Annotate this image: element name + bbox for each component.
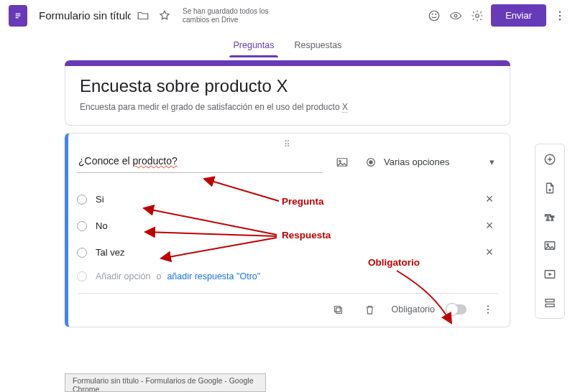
add-option-row: Añadir opción o añadir respuesta "Otro" <box>77 266 498 283</box>
option-label[interactable]: Si <box>96 194 472 205</box>
form-canvas: Encuesta sobre producto X Encuesta para … <box>65 60 510 327</box>
drag-handle-icon[interactable]: ⠿ <box>77 141 498 148</box>
add-section-icon[interactable] <box>539 292 561 314</box>
svg-point-9 <box>559 11 561 12</box>
document-title-input[interactable] <box>37 9 132 22</box>
tab-questions[interactable]: Preguntas <box>224 36 285 57</box>
svg-point-18 <box>487 305 489 307</box>
delete-icon[interactable] <box>360 299 380 319</box>
question-more-icon[interactable] <box>478 299 498 319</box>
option-label[interactable]: No <box>96 220 472 231</box>
import-questions-icon[interactable] <box>539 177 561 199</box>
add-title-icon[interactable]: TT <box>539 206 561 228</box>
radio-icon <box>77 271 87 281</box>
radio-icon <box>77 195 87 205</box>
required-label: Obligatorio <box>392 304 435 314</box>
form-accent-bar <box>65 60 510 66</box>
options-list: Si × No × Tal vez × Añadir opción o añad… <box>77 186 498 283</box>
duplicate-icon[interactable] <box>328 299 349 319</box>
customize-theme-icon[interactable] <box>423 5 445 27</box>
form-title[interactable]: Encuesta sobre producto X <box>80 76 495 96</box>
svg-point-8 <box>476 14 479 17</box>
side-toolbar: TT <box>535 144 565 319</box>
add-video-icon[interactable] <box>539 263 561 285</box>
svg-point-11 <box>559 19 561 20</box>
svg-point-10 <box>559 14 561 16</box>
required-toggle[interactable] <box>446 304 466 314</box>
option-row[interactable]: Si × <box>77 186 498 213</box>
form-header-card[interactable]: Encuesta sobre producto X Encuesta para … <box>65 66 510 126</box>
add-image-icon[interactable] <box>331 151 353 173</box>
settings-icon[interactable] <box>466 5 488 27</box>
question-text-input[interactable]: ¿Conoce el producto? <box>77 151 323 173</box>
option-label[interactable]: Tal vez <box>96 247 472 258</box>
remove-option-icon[interactable]: × <box>481 192 498 207</box>
form-description[interactable]: Encuesta para medir el grado de satisfac… <box>80 102 495 112</box>
radio-button-icon <box>365 157 377 168</box>
remove-option-icon[interactable]: × <box>481 245 498 260</box>
option-row[interactable]: Tal vez × <box>77 239 498 266</box>
svg-point-7 <box>454 14 457 17</box>
svg-point-6 <box>435 13 436 14</box>
question-footer: Obligatorio <box>77 293 498 319</box>
more-icon[interactable] <box>549 5 571 27</box>
app-header: Se han guardado todos los cambios en Dri… <box>0 0 575 32</box>
add-image-icon[interactable] <box>539 235 561 256</box>
forms-logo-icon <box>9 5 27 27</box>
svg-rect-29 <box>546 299 554 302</box>
svg-rect-17 <box>335 306 341 312</box>
add-other-button[interactable]: añadir respuesta "Otro" <box>167 271 260 281</box>
caret-down-icon: ▾ <box>489 157 494 167</box>
svg-rect-16 <box>336 307 342 313</box>
remove-option-icon[interactable]: × <box>481 218 498 233</box>
save-status: Se han guardado todos los cambios en Dri… <box>183 7 283 24</box>
svg-text:T: T <box>551 215 554 222</box>
svg-point-13 <box>339 160 341 162</box>
abbrev-text: X <box>342 102 348 113</box>
svg-point-4 <box>429 11 439 21</box>
question-type-select[interactable]: Varias opciones ▾ <box>362 151 498 173</box>
star-icon[interactable] <box>154 5 175 27</box>
browser-tab-label: Formulario sin título - Formularios de G… <box>65 373 266 392</box>
question-card[interactable]: ⠿ ¿Conoce el producto? Varias opciones ▾… <box>65 133 510 327</box>
svg-point-19 <box>487 309 489 310</box>
option-row[interactable]: No × <box>77 213 498 239</box>
tab-responses[interactable]: Respuestas <box>284 36 351 57</box>
svg-rect-30 <box>546 304 554 307</box>
add-question-icon[interactable] <box>539 149 561 170</box>
svg-point-5 <box>432 13 433 14</box>
svg-point-27 <box>547 243 548 245</box>
radio-icon <box>77 248 87 258</box>
svg-point-15 <box>369 160 372 164</box>
preview-icon[interactable] <box>445 5 466 27</box>
send-button[interactable]: Enviar <box>491 4 546 27</box>
question-type-label: Varias opciones <box>384 157 450 167</box>
radio-icon <box>77 221 87 231</box>
editor-tabs: Preguntas Respuestas <box>0 32 575 57</box>
svg-point-20 <box>487 312 489 314</box>
add-option-button[interactable]: Añadir opción <box>96 271 150 281</box>
move-to-folder-icon[interactable] <box>132 5 154 27</box>
